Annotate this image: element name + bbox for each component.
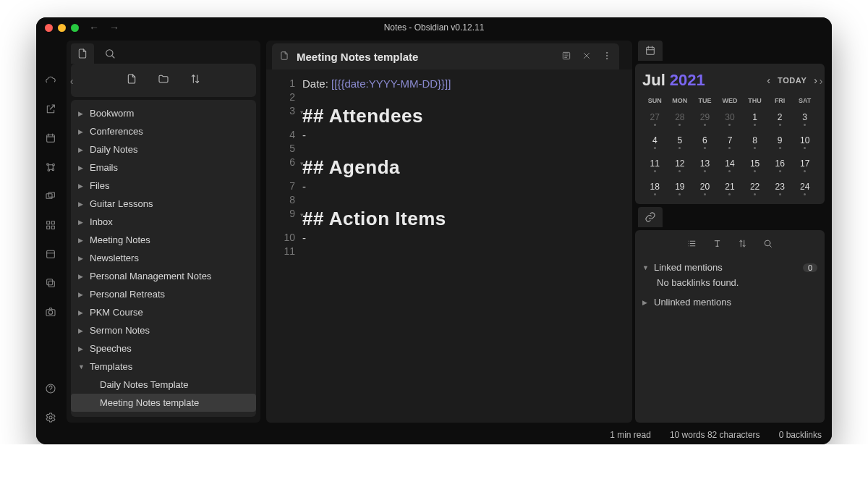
- calendar-day[interactable]: 22: [742, 177, 767, 200]
- calendar-day[interactable]: 24: [792, 177, 817, 200]
- help-icon[interactable]: [43, 381, 59, 397]
- folder-item[interactable]: ▶Emails: [71, 158, 256, 177]
- line-content[interactable]: [302, 143, 305, 155]
- editor-body[interactable]: 1Date: [[{{date:YYYY-MM-DD}}]]2 3▾## Att…: [266, 69, 632, 423]
- bl-search-icon[interactable]: [763, 239, 773, 250]
- new-folder-icon[interactable]: [158, 73, 169, 88]
- files-tab[interactable]: [71, 43, 94, 64]
- line-content[interactable]: -: [302, 180, 306, 192]
- calendar-year: 2021: [670, 71, 705, 90]
- folder-item[interactable]: ▶Guitar Lessons: [71, 195, 256, 213]
- folder-item[interactable]: ▶Bookworm: [71, 104, 256, 122]
- sort-icon[interactable]: [190, 73, 201, 88]
- collapse-left-icon[interactable]: ‹: [65, 75, 78, 87]
- more-icon[interactable]: [602, 51, 612, 63]
- calendar-day[interactable]: 19: [668, 177, 693, 200]
- close-tab-icon[interactable]: [582, 51, 592, 63]
- calendar-tab[interactable]: [638, 41, 663, 61]
- bl-list-icon[interactable]: [687, 239, 697, 250]
- folder-item[interactable]: ▶PKM Course: [71, 303, 256, 321]
- search-tab[interactable]: [98, 43, 122, 64]
- file-item[interactable]: Daily Notes Template: [71, 376, 256, 394]
- folder-item[interactable]: ▶Meeting Notes: [71, 231, 256, 249]
- calendar-day[interactable]: 5: [668, 130, 693, 153]
- fold-icon[interactable]: ▾: [300, 109, 304, 116]
- close-window-button[interactable]: [45, 24, 53, 32]
- folder-item[interactable]: ▶Inbox: [71, 213, 256, 231]
- editor-tab[interactable]: Meeting Notes template: [272, 43, 619, 69]
- nav-forward-button[interactable]: →: [109, 22, 119, 33]
- backlinks-tab[interactable]: [638, 207, 663, 227]
- backlinks-panel: ▼ Linked mentions 0 No backlinks found. …: [635, 230, 825, 423]
- calendar-day[interactable]: 30: [718, 107, 743, 130]
- line-content[interactable]: -: [302, 232, 306, 244]
- calendar-day[interactable]: 7: [718, 130, 743, 153]
- line-content[interactable]: -: [302, 129, 306, 141]
- calendar-day[interactable]: 4: [642, 130, 668, 153]
- nav-back-button[interactable]: ←: [89, 22, 99, 33]
- folder-item[interactable]: ▶Speeches: [71, 339, 256, 358]
- calendar-day[interactable]: 29: [692, 107, 718, 130]
- calendar-day[interactable]: 20: [692, 177, 718, 200]
- grid-icon[interactable]: [43, 217, 59, 233]
- line-content[interactable]: ## Attendees: [302, 105, 423, 127]
- calendar-day[interactable]: 21: [718, 177, 743, 200]
- calendar-day[interactable]: 3: [792, 107, 817, 130]
- calendar-day[interactable]: 14: [718, 153, 743, 177]
- graph-icon[interactable]: [43, 159, 59, 175]
- collapse-right-icon[interactable]: ›: [814, 75, 827, 87]
- folder-item[interactable]: ▶Files: [71, 177, 256, 195]
- calendar-day[interactable]: 15: [742, 153, 767, 177]
- calendar-day[interactable]: 17: [792, 153, 817, 177]
- calendar-day[interactable]: 27: [642, 107, 668, 130]
- fold-icon[interactable]: ▾: [300, 211, 304, 219]
- linked-mentions-toggle[interactable]: ▼ Linked mentions 0: [642, 262, 817, 273]
- calendar-day[interactable]: 11: [642, 153, 668, 177]
- file-item[interactable]: Meeting Notes template: [71, 394, 256, 412]
- bl-sort-icon[interactable]: [738, 239, 747, 250]
- calendar-day[interactable]: 1: [742, 107, 767, 130]
- folder-item[interactable]: ▶Sermon Notes: [71, 321, 256, 339]
- calendar-day[interactable]: 2: [767, 107, 793, 130]
- open-vault-icon[interactable]: [43, 101, 59, 117]
- maximize-window-button[interactable]: [71, 24, 79, 32]
- line-content[interactable]: [302, 194, 305, 206]
- folder-item[interactable]: ▶Daily Notes: [71, 140, 256, 158]
- copy-icon[interactable]: [43, 275, 59, 291]
- calendar-day[interactable]: 9: [767, 130, 793, 153]
- preview-icon[interactable]: [561, 51, 571, 63]
- line-content[interactable]: [302, 245, 305, 258]
- settings-icon[interactable]: [43, 410, 59, 426]
- line-content[interactable]: ## Agenda: [302, 156, 400, 179]
- calendar-icon[interactable]: [43, 246, 59, 262]
- folder-item[interactable]: ▼Templates: [71, 358, 256, 376]
- cards-icon[interactable]: [43, 188, 59, 204]
- calendar-day[interactable]: 13: [692, 153, 718, 177]
- calendar-day[interactable]: 10: [792, 130, 817, 153]
- new-note-icon[interactable]: [126, 73, 137, 88]
- cloud-icon[interactable]: [43, 72, 59, 88]
- line-content[interactable]: ## Action Items: [302, 208, 446, 230]
- calendar-day[interactable]: 8: [742, 130, 767, 153]
- folder-item[interactable]: ▶Conferences: [71, 122, 256, 140]
- minimize-window-button[interactable]: [58, 24, 66, 32]
- calendar-today-button[interactable]: TODAY: [778, 76, 807, 85]
- calendar-day[interactable]: 28: [668, 107, 693, 130]
- calendar-day[interactable]: 6: [692, 130, 718, 153]
- daily-note-icon[interactable]: [43, 130, 59, 146]
- calendar-day[interactable]: 23: [767, 177, 793, 200]
- folder-item[interactable]: ▶Personal Management Notes: [71, 267, 256, 285]
- file-list[interactable]: ▶Bookworm▶Conferences▶Daily Notes▶Emails…: [71, 100, 256, 417]
- line-content[interactable]: Date: [[{{date:YYYY-MM-DD}}]]: [302, 77, 451, 90]
- calendar-day[interactable]: 16: [767, 153, 793, 177]
- bl-text-icon[interactable]: [712, 239, 722, 250]
- camera-icon[interactable]: [43, 304, 59, 320]
- folder-item[interactable]: ▶Newsletters: [71, 249, 256, 267]
- line-content[interactable]: [302, 91, 305, 103]
- calendar-day[interactable]: 18: [642, 177, 668, 200]
- unlinked-mentions-toggle[interactable]: ▶ Unlinked mentions: [642, 297, 817, 308]
- fold-icon[interactable]: ▾: [300, 160, 304, 167]
- calendar-day[interactable]: 12: [668, 153, 693, 177]
- folder-item[interactable]: ▶Personal Retreats: [71, 285, 256, 303]
- calendar-prev-icon[interactable]: ‹: [767, 75, 770, 86]
